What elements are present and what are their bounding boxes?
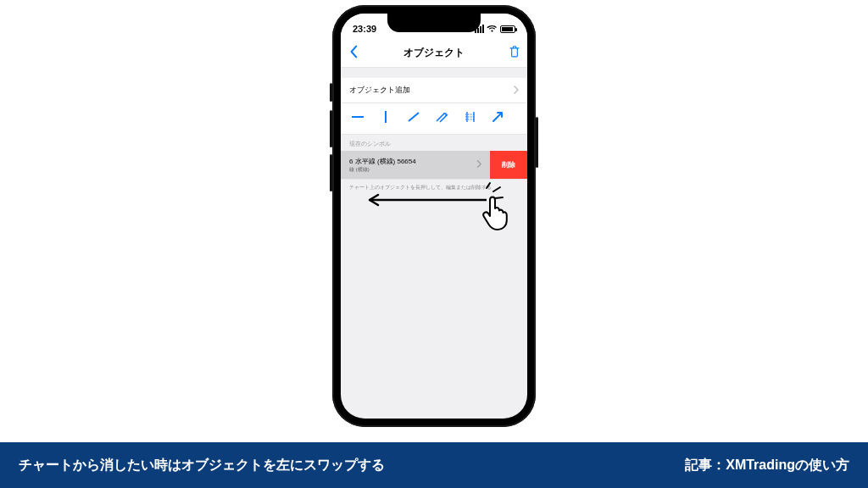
delete-button[interactable]: 削除 bbox=[490, 151, 527, 179]
phone-screen: 23:39 オブジェクト オブジェクト追加 bbox=[341, 14, 527, 419]
object-item-content[interactable]: 6 水平線 (横線) 56654 線 (横線) bbox=[341, 151, 490, 179]
channel-icon[interactable] bbox=[436, 111, 449, 126]
chevron-right-icon bbox=[513, 86, 519, 96]
add-object-label: オブジェクト追加 bbox=[349, 85, 410, 96]
hint-text: チャート上のオブジェクトを長押しして、編集または削除する bbox=[341, 180, 527, 196]
delete-all-button[interactable] bbox=[509, 45, 520, 61]
caption-text: チャートから消したい時はオブジェクトを左にスワップする bbox=[19, 457, 385, 474]
status-icons bbox=[475, 25, 515, 33]
object-item-subtitle: 線 (横線) bbox=[349, 166, 481, 174]
wifi-icon bbox=[487, 25, 498, 33]
svg-line-11 bbox=[495, 197, 503, 198]
object-item-title: 6 水平線 (横線) 56654 bbox=[349, 157, 481, 166]
back-button[interactable] bbox=[348, 45, 359, 62]
chevron-right-icon bbox=[476, 160, 481, 169]
trend-line-icon[interactable] bbox=[407, 111, 420, 126]
svg-line-2 bbox=[409, 113, 419, 121]
notch bbox=[387, 14, 481, 32]
object-list-item[interactable]: 6 水平線 (横線) 56654 線 (横線) 削除 bbox=[341, 151, 527, 180]
horizontal-line-icon[interactable] bbox=[351, 111, 364, 126]
status-time: 23:39 bbox=[353, 24, 376, 34]
fibonacci-icon[interactable] bbox=[465, 111, 476, 126]
page-title: オブジェクト bbox=[403, 46, 465, 60]
phone-mockup: 23:39 オブジェクト オブジェクト追加 bbox=[332, 5, 536, 427]
delete-label: 削除 bbox=[502, 160, 515, 169]
caption-source: 記事：XMTradingの使い方 bbox=[685, 457, 849, 474]
vertical-line-icon[interactable] bbox=[380, 110, 392, 127]
battery-icon bbox=[500, 25, 515, 33]
section-current-symbol: 現在のシンボル bbox=[341, 135, 527, 151]
arrow-icon[interactable] bbox=[492, 111, 504, 126]
caption-banner: チャートから消したい時はオブジェクトを左にスワップする 記事：XMTrading… bbox=[0, 442, 868, 488]
add-object-row[interactable]: オブジェクト追加 bbox=[341, 78, 527, 103]
nav-header: オブジェクト bbox=[341, 39, 527, 68]
tool-row bbox=[341, 103, 527, 135]
